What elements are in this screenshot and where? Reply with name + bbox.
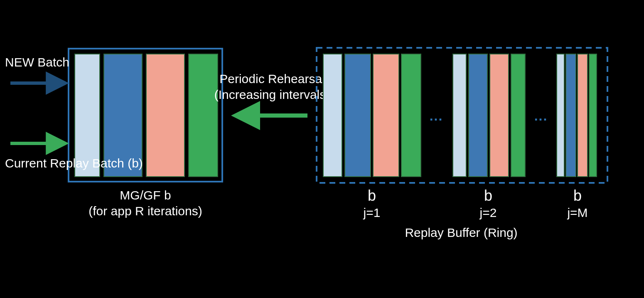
left-box-group: MG/GF b (for app R iterations) (69, 49, 222, 218)
group1-j: j=1 (363, 206, 381, 219)
ellipsis-2: ... (534, 108, 548, 123)
group2-j: j=2 (479, 206, 497, 219)
bar-blue-g2 (469, 54, 487, 177)
bar-salmon-gM (578, 54, 587, 177)
bar-salmon-left (146, 54, 184, 177)
bar-lightblue-gM (557, 54, 564, 177)
left-box-label-line2: (for app R iterations) (88, 204, 202, 218)
ellipsis-1: ... (430, 108, 443, 123)
replay-group-M: b j=M (557, 54, 597, 219)
middle-arrow-label-1: Periodic Rehearsal (219, 72, 324, 86)
arrow-new-batch: NEW Batch (5, 55, 69, 83)
replay-buffer-label: Replay Buffer (Ring) (405, 226, 517, 239)
bar-blue-g1 (345, 54, 371, 177)
bar-green-gM (589, 54, 597, 177)
replay-group-1: b j=1 (323, 54, 421, 219)
replay-group-2: b j=2 (453, 54, 525, 219)
left-box-label-line1: MG/GF b (120, 188, 171, 202)
bar-salmon-g2 (490, 54, 509, 177)
bar-salmon-g1 (373, 54, 399, 177)
groupM-j: j=M (567, 206, 587, 219)
bar-green-left (189, 54, 218, 177)
middle-arrow-label-2: (Increasing intervals) (214, 88, 330, 101)
bar-green-g1 (401, 54, 421, 177)
bar-blue-gM (566, 54, 576, 177)
arrow-new-label: NEW Batch (5, 55, 69, 69)
middle-arrow-group: Periodic Rehearsal (Increasing intervals… (214, 72, 330, 116)
bar-lightblue-g1 (323, 54, 342, 177)
bar-green-g2 (511, 54, 525, 177)
group2-b: b (484, 187, 492, 204)
group1-b: b (368, 187, 376, 204)
replay-buffer-group: b j=1 ... b j=2 ... b j=M Replay Buffer … (317, 48, 607, 239)
arrow-cur-label: Current Replay Batch (b) (5, 156, 143, 170)
bar-lightblue-g2 (453, 54, 466, 177)
diagram-root: MG/GF b (for app R iterations) NEW Batch… (0, 0, 644, 298)
groupM-b: b (573, 187, 582, 204)
